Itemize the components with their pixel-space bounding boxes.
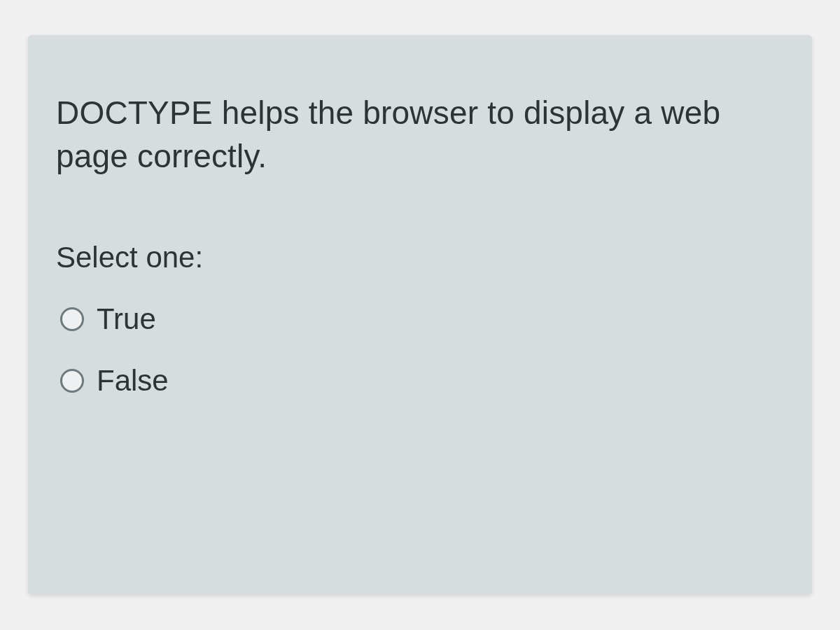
question-text: DOCTYPE helps the browser to display a w… <box>56 91 784 178</box>
question-card: DOCTYPE helps the browser to display a w… <box>28 35 812 595</box>
radio-false[interactable] <box>60 369 84 393</box>
option-true[interactable]: True <box>56 302 784 336</box>
option-false[interactable]: False <box>56 364 784 398</box>
select-prompt: Select one: <box>56 241 784 274</box>
option-false-label: False <box>97 364 169 398</box>
option-true-label: True <box>97 302 156 336</box>
radio-true[interactable] <box>60 307 84 331</box>
